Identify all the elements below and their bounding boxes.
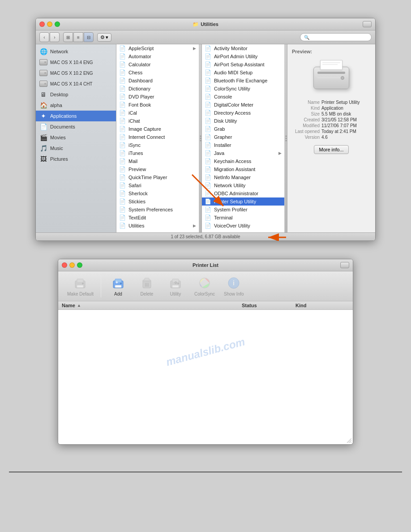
column-applications: 📄 AppleScript ▶📄 Automator 📄 Calculator … [116,44,199,232]
colorsync-button[interactable]: ColorSync [191,274,218,298]
col2-item-grab[interactable]: 📄 Grab [202,125,284,133]
col1-item-textedit[interactable]: 📄 TextEdit [116,214,199,222]
printer-list-header: Name ▲ Status Kind [58,301,353,310]
back-button[interactable]: ‹ [39,32,49,42]
col1-item-preview[interactable]: 📄 Preview [116,165,199,173]
icon-view-button[interactable]: ⊞ [63,32,73,42]
col1-item-mail[interactable]: 📄 Mail [116,157,199,165]
printer-close-button[interactable] [62,262,67,268]
col1-item-chess[interactable]: 📄 Chess [116,69,199,77]
action-button[interactable]: ⚙ ▾ [97,33,111,42]
printer-collapse-button[interactable] [340,262,349,268]
zoom-button[interactable] [55,21,60,27]
col1-item-dvdplayer[interactable]: 📄 DVD Player [116,93,199,101]
sidebar-item-alpha[interactable]: 🏠 alpha [36,100,116,111]
col2-item-java[interactable]: 📄 Java ▶ [202,149,284,157]
sidebar-item-applications[interactable]: ✦ Applications [36,111,116,121]
col2-item-networkutility[interactable]: 📄 Network Utility [202,181,284,189]
documents-icon: 📄 [39,123,47,131]
delete-printer-button[interactable]: Delete [133,274,160,298]
sidebar-item-desktop[interactable]: 🖥 Desktop [36,89,116,100]
add-printer-button[interactable]: + Add [105,274,132,298]
col1-item-internetconnect[interactable]: 📄 Internet Connect [116,133,199,141]
col2-item-systemprofiler[interactable]: 📄 System Profiler [202,206,284,214]
col1-item-ichat[interactable]: 📄 iChat [116,117,199,125]
col2-item-airportsetup[interactable]: 📄 AirPort Setup Assistant [202,60,284,69]
printer-minimize-button[interactable] [69,262,75,268]
col1-item-applescript[interactable]: 📄 AppleScript ▶ [116,44,199,52]
applications-icon: ✦ [39,112,47,120]
col1-item-dashboard[interactable]: 📄 Dashboard [116,77,199,85]
col1-item-safari[interactable]: 📄 Safari [116,181,199,189]
col1-item-imagecapture[interactable]: 📄 Image Capture [116,125,199,133]
col2-item-netinfo[interactable]: 📄 NetInfo Manager [202,173,284,181]
forward-button[interactable]: › [50,32,60,42]
col1-item-calculator[interactable]: 📄 Calculator [116,60,199,69]
col2-item-migration[interactable]: 📄 Migration Assistant [202,165,284,173]
col1-item-systemprefs[interactable]: 📄 System Preferences [116,206,199,214]
col2-item-digitalcolor[interactable]: 📄 DigitalColor Meter [202,101,284,109]
sidebar-item-pictures[interactable]: 🖼 Pictures [36,154,116,164]
sidebar-item-music[interactable]: 🎵 Music [36,143,116,154]
item-label: VoiceOver Utility [214,223,250,228]
sidebar-item-mac102eng[interactable]: MAC OS X 10.2 ENG [36,68,116,78]
item-label: iTunes [128,150,143,156]
sidebar-item-network[interactable]: 🌐 Network [36,46,116,57]
col1-item-isync[interactable]: 📄 iSync [116,141,199,149]
column-header-name[interactable]: Name ▲ [62,303,242,308]
col2-item-activitymonitor[interactable]: 📄 Activity Monitor [202,44,284,52]
col1-item-ical[interactable]: 📄 iCal [116,109,199,117]
col2-item-odbc[interactable]: 📄 ODBC Administrator [202,189,284,197]
sidebar-item-mac104cht[interactable]: MAC OS X 10.4 CHT [36,78,116,89]
show-info-button[interactable]: i Show Info [220,274,247,298]
item-label: DigitalColor Meter [214,102,253,107]
printer-titlebar: Printer List [58,259,353,271]
col2-item-terminal[interactable]: 📄 Terminal [202,214,284,222]
collapse-button[interactable] [363,21,372,27]
col2-item-diskutility[interactable]: 📄 Disk Utility [202,117,284,125]
col2-item-voiceover[interactable]: 📄 VoiceOver Utility [202,222,284,230]
column-view-button[interactable]: ⊟ [84,32,94,42]
item-label: System Profiler [214,207,248,212]
col1-item-dictionary[interactable]: 📄 Dictionary [116,85,199,93]
close-button[interactable] [39,21,45,27]
make-default-button[interactable]: Make Default [64,274,97,298]
col2-item-audiomidi[interactable]: 📄 Audio MIDI Setup [202,69,284,77]
sidebar-item-documents[interactable]: 📄 Documents [36,121,116,132]
item-icon: 📄 [119,158,126,164]
col2-item-keychainaccess[interactable]: 📄 Keychain Access [202,157,284,165]
col1-item-utilities[interactable]: 📄 Utilities ▶ [116,222,199,230]
col2-item-installer[interactable]: 📄 Installer [202,141,284,149]
item-label: Utilities [128,223,144,228]
list-view-button[interactable]: ≡ [73,32,83,42]
item-icon: 📄 [119,166,126,172]
utility-icon: ⚙ [168,276,183,290]
item-label: Grab [214,126,225,132]
col2-item-printersetup[interactable]: 📄 Printer Setup Utility [202,197,284,206]
col2-item-directoryaccess[interactable]: 📄 Directory Access [202,109,284,117]
expand-arrow: ▶ [193,223,196,228]
col2-item-grapher[interactable]: 📄 Grapher [202,133,284,141]
utility-button[interactable]: ⚙ Utility [162,274,189,298]
col1-item-quicktime[interactable]: 📄 QuickTime Player [116,173,199,181]
col1-item-sherlock[interactable]: 📄 Sherlock [116,189,199,197]
printer-resize-handle[interactable] [345,437,351,443]
item-label: Java [214,150,224,156]
search-input[interactable] [311,34,368,40]
col1-item-automator[interactable]: 📄 Automator [116,52,199,60]
more-info-button[interactable]: More info... [314,145,348,154]
col2-item-bluetooth[interactable]: 📄 Bluetooth File Exchange [202,77,284,85]
col1-item-stickies[interactable]: 📄 Stickies [116,197,199,206]
item-icon: 📄 [119,118,126,124]
printer-zoom-button[interactable] [77,262,82,268]
column-header-status[interactable]: Status [242,303,295,308]
col2-item-console[interactable]: 📄 Console [202,93,284,101]
col2-item-colorsync[interactable]: 📄 ColorSync Utility [202,85,284,93]
sidebar-item-movies[interactable]: 🎬 Movies [36,132,116,143]
col1-item-itunes[interactable]: 📄 iTunes [116,149,199,157]
col1-item-fontbook[interactable]: 📄 Font Book [116,101,199,109]
minimize-button[interactable] [47,21,52,27]
sidebar-item-mac104eng[interactable]: MAC OS X 10.4 ENG [36,57,116,68]
col2-item-airportadmin[interactable]: 📄 AirPort Admin Utility [202,52,284,60]
column-header-kind[interactable]: Kind [295,303,349,308]
